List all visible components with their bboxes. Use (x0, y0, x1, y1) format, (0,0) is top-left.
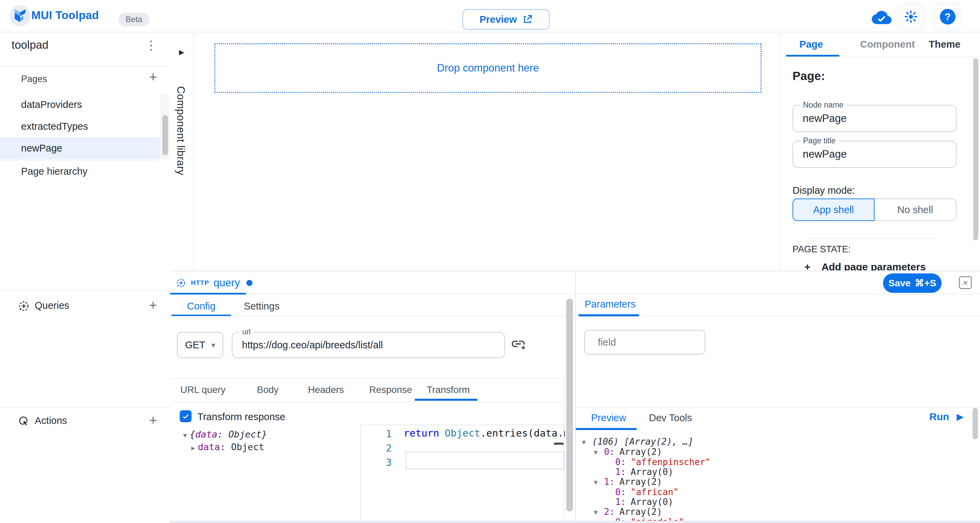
chevron-right-icon[interactable]: ▶ (179, 48, 184, 56)
sidebar-item-newpage[interactable]: newPage (0, 137, 160, 159)
editor-empty-box[interactable] (406, 451, 565, 469)
divider (0, 66, 169, 66)
add-action-button[interactable]: + (145, 412, 161, 429)
tab-parameters[interactable]: Parameters (585, 299, 636, 310)
method-select[interactable]: GET ▾ (177, 332, 223, 358)
chevron-down-icon: ▾ (211, 341, 215, 350)
node-name-label: Node name (800, 100, 846, 110)
sidebar: toolpad ⋮ Pages + dataProviders extracte… (0, 32, 171, 523)
panel-divider (575, 271, 576, 521)
tab-response[interactable]: Response (369, 379, 412, 401)
help-button[interactable]: ? (934, 3, 962, 31)
overview-mark (554, 443, 564, 445)
tab-config[interactable]: Config (172, 297, 231, 316)
json-value: Array(2) (619, 507, 662, 517)
page-title-label: Page title (800, 136, 839, 145)
preview-scrollbar-thumb[interactable] (972, 408, 978, 439)
transform-response-label: Transform response (197, 410, 285, 423)
divider (0, 290, 169, 291)
code-classname: Object (445, 427, 480, 439)
preview-tab-underline (576, 428, 637, 430)
json-string: "african" (630, 487, 679, 497)
query-section-scrollbar-thumb[interactable] (566, 299, 573, 512)
transform-response-checkbox[interactable] (180, 410, 192, 422)
code-rest: .entries(data.messag (480, 427, 565, 439)
json-row[interactable]: ▼0:Array(2) (579, 447, 973, 457)
tab-body[interactable]: Body (257, 379, 279, 401)
json-key: 1: (604, 477, 614, 487)
tab-settings[interactable]: Settings (231, 297, 292, 316)
json-row[interactable]: 0:"affenpinscher" (579, 457, 973, 467)
run-button[interactable]: Run ▶ (929, 411, 964, 423)
parameter-field-input[interactable]: field (584, 330, 705, 354)
json-key: 0: (604, 447, 614, 457)
page-title-field[interactable]: Page title newPage (792, 140, 956, 168)
inspector-panel: Page Component Theme Page: Node name new… (780, 32, 980, 271)
drop-zone[interactable]: Drop component here (215, 43, 762, 93)
mui-logo-icon (14, 8, 27, 23)
tab-component[interactable]: Component (853, 32, 922, 56)
toggle-no-shell[interactable]: No shell (875, 199, 956, 221)
preview-button[interactable]: Preview (463, 9, 550, 30)
json-key: 0: (615, 487, 626, 497)
tab-transform[interactable]: Transform (427, 379, 470, 401)
sidebar-item-dataproviders[interactable]: dataProviders (0, 94, 160, 115)
add-page-button[interactable]: + (145, 69, 161, 86)
json-key: 0: (615, 457, 626, 467)
json-row[interactable]: ▼1:Array(2) (579, 477, 973, 487)
json-row[interactable]: ▼2:Array(2) (579, 507, 973, 517)
mui-logo[interactable] (10, 5, 30, 26)
tri-down-icon: ▼ (183, 431, 187, 439)
url-value[interactable]: https://dog.ceo/api/breeds/list/all (232, 333, 504, 357)
plus-icon: + (804, 261, 811, 271)
queries-section-label: Queries (35, 300, 69, 311)
close-panel-button[interactable]: × (959, 276, 972, 289)
tri-down-icon: ▼ (582, 437, 592, 447)
save-button[interactable]: Save ⌘+S (883, 273, 942, 293)
add-page-parameters-button[interactable]: + Add page parameters (804, 261, 926, 271)
inspector-scrollbar-thumb[interactable] (973, 58, 978, 241)
project-menu-button[interactable]: ⋮ (143, 37, 159, 54)
json-row[interactable]: 1:Array(0) (579, 497, 973, 507)
page-hierarchy-item[interactable]: Page hierarchy (21, 166, 88, 177)
tab-url-query[interactable]: URL query (180, 379, 226, 401)
tree-key: data (195, 429, 218, 440)
tab-page[interactable]: Page (785, 32, 837, 56)
add-query-button[interactable]: + (145, 297, 161, 314)
tab-theme[interactable]: Theme (921, 32, 969, 56)
tab-headers[interactable]: Headers (308, 379, 344, 401)
json-row[interactable]: ▼(106) [Array(2), …] (579, 437, 973, 447)
url-field[interactable]: url https://dog.ceo/api/breeds/list/all (232, 332, 505, 358)
display-mode-label: Display mode: (792, 185, 855, 196)
page-state-label: PAGE STATE: (792, 244, 851, 255)
json-row[interactable]: 0:"airedale" (579, 517, 973, 521)
inspector-heading: Page: (792, 69, 825, 83)
http-query-icon (176, 277, 186, 289)
theme-toggle-button[interactable] (897, 3, 925, 31)
project-name: toolpad (11, 38, 48, 51)
bind-url-button[interactable] (511, 336, 526, 353)
scope-tree-root[interactable]: ▼{data: Object} (183, 429, 267, 440)
json-row[interactable]: 1:Array(0) (579, 467, 973, 477)
transform-code-editor[interactable]: 1 2 3 returnObject.entries(data.messag (360, 424, 565, 520)
external-link-icon (522, 14, 533, 24)
sidebar-item-extractedtypes[interactable]: extractedTypes (0, 115, 160, 137)
toggle-app-shell[interactable]: App shell (792, 199, 875, 221)
sun-icon (904, 10, 918, 24)
pages-scrollbar-thumb[interactable] (162, 115, 168, 155)
tab-preview[interactable]: Preview (591, 412, 626, 424)
mui-toolpad-app: MUI Toolpad Beta Preview (0, 0, 980, 523)
check-icon (182, 412, 190, 421)
tree-key: data (198, 442, 220, 452)
node-name-field[interactable]: Node name newPage (792, 105, 956, 132)
json-key: 1: (615, 497, 626, 507)
save-shortcut: ⌘+S (915, 277, 936, 289)
preview-json-tree: ▼(106) [Array(2), …] ▼0:Array(2) 0:"affe… (579, 437, 973, 521)
component-library-strip[interactable]: ▶ Component library (170, 32, 194, 271)
tab-dev-tools[interactable]: Dev Tools (649, 412, 692, 424)
json-row[interactable]: 0:"african" (579, 487, 973, 497)
scope-tree-data[interactable]: ▶data: Object (191, 442, 264, 452)
json-summary: (106) [Array(2), …] (592, 437, 693, 447)
query-panel-tab[interactable]: HTTP query (176, 274, 253, 292)
cloud-sync-button[interactable] (872, 9, 891, 24)
